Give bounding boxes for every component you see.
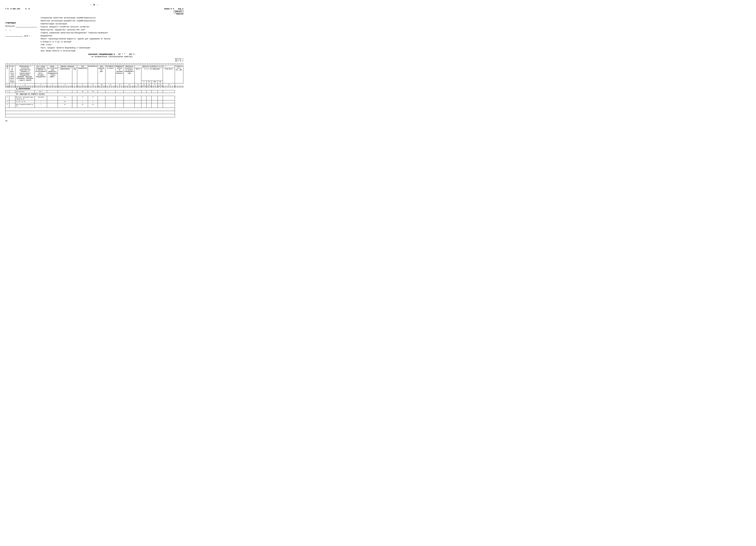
th-num: №№ пп — [5, 65, 9, 83]
row2-type: 15кч18р — [35, 96, 47, 100]
info-line-12: Срок ввода объекта в эксплуатацию — [41, 50, 183, 52]
row4-q3 — [151, 103, 158, 108]
table-col-numbers: 1 2 3 4 5 6 7 8 9 10 11 12 13 14 15 16 1… — [5, 83, 183, 86]
section-header-1: I. Оборудование — [5, 87, 183, 90]
row1-q2 — [147, 90, 152, 93]
row3-need-proj — [105, 100, 115, 103]
row4-unit-name: шт — [58, 103, 72, 108]
row4-q2 — [147, 103, 152, 108]
row4-num: 3 — [5, 103, 9, 108]
row3-cost — [163, 100, 175, 103]
top-right-info: Форма № 5 Код и 0801017 7632/II — [164, 8, 183, 15]
row1-total — [135, 90, 141, 93]
th-declared: Заявленная потребность на начало планиру… — [124, 65, 135, 83]
row4-name: Кран водоразборный ф 25 — [15, 103, 35, 108]
col-num-14: 14 — [135, 83, 141, 86]
row3-avail — [115, 100, 124, 103]
col-num-10: 10 — [98, 83, 105, 86]
th-need-proj: Потребность на проект — [105, 65, 115, 83]
info-line-2: Проектная организация-разработчик УкрНИИ… — [41, 20, 183, 22]
spec-subtitle: на промышленную трубопроводную арматуру — [41, 56, 183, 58]
info-line-10: ГУМС /УТЕС/ — [41, 44, 183, 46]
row4-avail — [115, 103, 124, 108]
col-num-18: 18 — [158, 83, 163, 86]
form-label: Форма № 5 — [164, 8, 174, 10]
col-num-19: 19 — [163, 83, 175, 86]
row4-unit-code — [72, 103, 77, 108]
col-num-5: 5 — [47, 83, 58, 86]
info-block: Генеральная проектная организация УкрНИИ… — [41, 17, 183, 52]
info-line-3: Комплектующая организация — [41, 23, 183, 25]
subsection-label-2: II. Арматура из ковкого чугуна — [5, 93, 175, 96]
section-label-1: I. Оборудование — [5, 87, 175, 90]
th-unit-code: код — [72, 68, 77, 83]
row3-declared — [124, 100, 135, 103]
row2-total — [135, 96, 141, 100]
info-line-11: Часть /раздел/ проекта Водопровод и кана… — [41, 47, 183, 49]
row2-pos — [9, 96, 15, 100]
table-row-1: 1 Автопоилка ПА-1 40 40 — [5, 90, 183, 93]
col-num-17: 17 — [151, 83, 158, 86]
row4-q4 — [158, 103, 163, 108]
th-name: Наименование и технические характеристик… — [15, 65, 35, 83]
row3-pos — [9, 100, 15, 103]
row4-cost — [163, 103, 175, 108]
row1-name: Автопоилка — [15, 90, 35, 93]
date-line: 1976 г. — [5, 34, 37, 37]
info-line-1: Генеральная проектная организация УкрНИИ… — [41, 17, 183, 19]
info-section: Генеральная проектная организация УкрНИИ… — [41, 17, 183, 63]
th-unit: Единица измерения — [58, 65, 77, 68]
row3-q2 — [147, 100, 152, 103]
th-pos: № поз. по тех-ноло-гиче-ской схеме; мест… — [9, 65, 15, 83]
bullet-lines: • • — [5, 29, 37, 31]
th-total: Всего — [135, 68, 141, 83]
footer-mark: 36 — [5, 120, 183, 122]
row2-avail — [115, 96, 124, 100]
date-field — [5, 34, 23, 36]
th-q1: I — [141, 81, 147, 83]
row3-q4 — [158, 100, 163, 103]
empty-row-1 — [5, 108, 183, 111]
table-header-row: №№ пп № поз. по тех-ноло-гиче-ской схеме… — [5, 65, 183, 68]
row3-type: -"- — [35, 100, 47, 103]
th-type: Тип и марка оборудования, № чертежа, № о… — [35, 65, 47, 83]
row4-pos — [9, 103, 15, 108]
row1-q1 — [141, 90, 147, 93]
th-price: Цена единицы, тыс. руб. — [98, 65, 105, 83]
row3-unit-name: шт — [58, 100, 72, 103]
row4-need-proj — [105, 103, 115, 108]
row1-declared — [124, 90, 135, 93]
info-line-7: Предприятие — [41, 35, 183, 37]
th-cost: Стоимость всего, тыс. руб. — [175, 65, 183, 83]
dashed-line-top — [5, 64, 183, 64]
table-row-3: 2 То же/ ф 40 -"- шт 1 1 — [5, 100, 183, 103]
row3-q3 — [151, 100, 158, 103]
empty-row-2 — [5, 111, 183, 114]
row2-q3 — [151, 96, 158, 100]
col-num-15: 15 — [141, 83, 147, 86]
row4-declared — [124, 103, 135, 108]
th-cost2: Стои-мость — [163, 68, 175, 83]
th-manuf: Завод-изготовитель /для импортного обору… — [47, 65, 58, 83]
row3-num: 2 — [5, 100, 9, 103]
sheets-info: Листов 2 Лист № 1 — [41, 58, 183, 62]
th-need: Потребность — [88, 65, 98, 83]
row2-cost — [163, 96, 175, 100]
row1-cost — [163, 90, 175, 93]
row1-eq-code: 40 — [77, 90, 88, 93]
col-num-16: 16 — [147, 83, 152, 86]
approval-title: УТВЕРЖДАЮ — [5, 22, 37, 24]
row2-unit-code — [72, 96, 77, 100]
subsection-header-2: II. Арматура из ковкого чугуна — [5, 93, 183, 96]
row1-price — [98, 90, 105, 93]
code-box: 0801017 — [174, 10, 183, 13]
row2-need-proj — [105, 96, 115, 100]
chief-signature-field — [16, 25, 37, 27]
col-num-1: 1 — [5, 83, 9, 86]
info-line-8: Объект /производственная мощность/ Здани… — [41, 38, 183, 40]
col-num-8: 8 — [77, 83, 88, 86]
chief-line: Начальник — [5, 25, 37, 27]
page-number: - 8 - — [5, 4, 183, 6]
box-label: Код и — [178, 8, 183, 10]
row1-unit-code — [72, 90, 77, 93]
